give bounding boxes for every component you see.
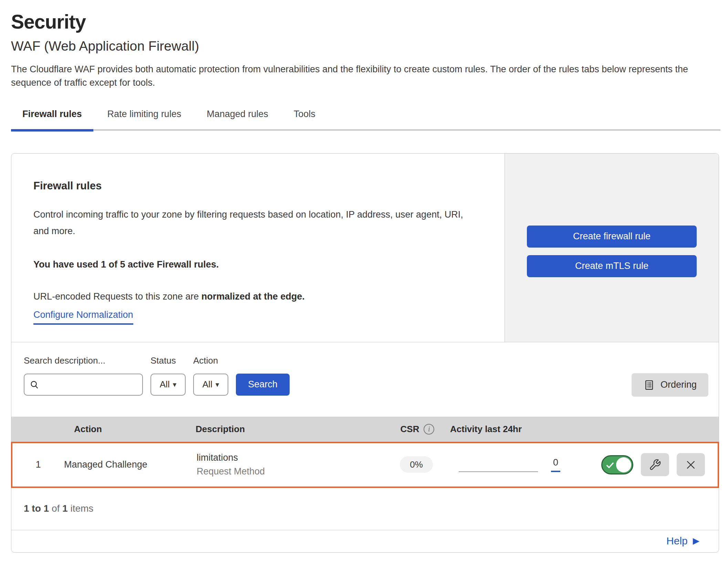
- pagination-total: 1: [62, 503, 68, 514]
- delete-rule-button[interactable]: [677, 453, 705, 476]
- search-description-label: Search description...: [24, 355, 143, 366]
- usage-summary: You have used 1 of 5 active Firewall rul…: [33, 259, 480, 270]
- list-document-icon: [643, 379, 655, 391]
- status-selected-value: All: [160, 379, 170, 390]
- normalization-note: URL-encoded Requests to this zone are no…: [33, 291, 480, 302]
- search-input-box[interactable]: [24, 374, 143, 396]
- csr-badge: 0%: [400, 456, 433, 473]
- table-row: 1 Managed Challenge limitations Request …: [11, 442, 719, 488]
- column-header-csr: CSR i: [401, 424, 435, 435]
- overview-section: Firewall rules Control incoming traffic …: [11, 154, 719, 342]
- edit-rule-button[interactable]: [641, 453, 669, 476]
- checkmark-icon: [605, 461, 615, 470]
- info-circle-icon[interactable]: i: [424, 424, 434, 435]
- pagination-range: 1 to 1: [24, 503, 49, 514]
- action-selected-value: All: [202, 379, 212, 390]
- column-header-action: Action: [63, 424, 177, 435]
- rule-description-cell: limitations Request Method: [178, 452, 384, 477]
- activity-sparkline: [459, 471, 538, 472]
- action-label: Action: [193, 355, 228, 366]
- overview-text-pane: Firewall rules Control incoming traffic …: [11, 154, 505, 342]
- rule-priority: 1: [35, 459, 41, 470]
- page-title: Security: [11, 10, 720, 33]
- rule-controls: [597, 453, 718, 476]
- column-header-activity: Activity last 24hr: [450, 424, 598, 435]
- rule-enabled-toggle[interactable]: [601, 455, 633, 474]
- rule-action: Managed Challenge: [64, 459, 178, 470]
- rule-description-sub: Request Method: [197, 466, 384, 477]
- help-link[interactable]: Help ▶: [666, 535, 699, 547]
- ordering-button-label: Ordering: [661, 379, 697, 390]
- card-footer: Help ▶: [11, 530, 719, 552]
- help-label: Help: [666, 535, 688, 547]
- x-icon: [685, 459, 697, 471]
- filter-bar: Search description... Status All ▾ Actio…: [11, 342, 719, 417]
- search-icon: [29, 379, 40, 390]
- caret-down-icon: ▾: [216, 381, 219, 388]
- tab-tools[interactable]: Tools: [282, 107, 327, 132]
- create-firewall-rule-button[interactable]: Create firewall rule: [527, 226, 697, 248]
- page-description: The Cloudflare WAF provides both automat…: [11, 63, 717, 90]
- status-filter-group: Status All ▾: [150, 355, 186, 396]
- search-input[interactable]: [44, 379, 137, 390]
- caret-down-icon: ▾: [173, 381, 177, 388]
- csr-header-label: CSR: [401, 424, 419, 435]
- create-mtls-rule-button[interactable]: Create mTLS rule: [527, 255, 697, 277]
- search-button-group: Search: [236, 355, 290, 396]
- action-filter-group: Action All ▾: [193, 355, 228, 396]
- page-subtitle: WAF (Web Application Firewall): [11, 39, 720, 54]
- tab-managed-rules[interactable]: Managed rules: [195, 107, 280, 132]
- firewall-rules-card: Firewall rules Control incoming traffic …: [11, 153, 719, 553]
- rule-activity-cell: 0: [449, 457, 597, 472]
- tab-firewall-rules[interactable]: Firewall rules: [11, 107, 93, 132]
- section-description: Control incoming traffic to your zone by…: [33, 207, 480, 239]
- pagination-items: items: [70, 503, 93, 514]
- security-waf-page: Security WAF (Web Application Firewall) …: [0, 0, 728, 553]
- pagination: 1 to 1 of 1 items: [11, 488, 719, 530]
- rule-csr-cell: 0%: [400, 459, 433, 470]
- normalization-bold: normalized at the edge.: [201, 291, 305, 302]
- play-arrow-icon: ▶: [693, 536, 699, 545]
- search-description-group: Search description...: [24, 355, 143, 396]
- ordering-button[interactable]: Ordering: [632, 373, 708, 397]
- tab-rate-limiting-rules[interactable]: Rate limiting rules: [96, 107, 193, 132]
- pagination-of: of: [52, 503, 60, 514]
- status-select[interactable]: All ▾: [150, 374, 186, 396]
- column-header-description: Description: [177, 424, 385, 435]
- toggle-knob: [616, 457, 631, 472]
- table-header: Action Description CSR i Activity last 2…: [11, 417, 719, 442]
- activity-count-link[interactable]: 0: [551, 457, 560, 472]
- wrench-icon: [649, 459, 661, 471]
- configure-normalization-link[interactable]: Configure Normalization: [33, 310, 133, 325]
- section-heading: Firewall rules: [33, 180, 480, 192]
- action-select[interactable]: All ▾: [193, 374, 228, 396]
- actions-pane: Create firewall rule Create mTLS rule: [505, 154, 719, 342]
- search-button[interactable]: Search: [236, 374, 290, 396]
- status-label: Status: [150, 355, 186, 366]
- normalization-text: URL-encoded Requests to this zone are: [33, 291, 199, 302]
- rules-tabs: Firewall rules Rate limiting rules Manag…: [11, 107, 720, 130]
- rule-description: limitations: [197, 452, 384, 463]
